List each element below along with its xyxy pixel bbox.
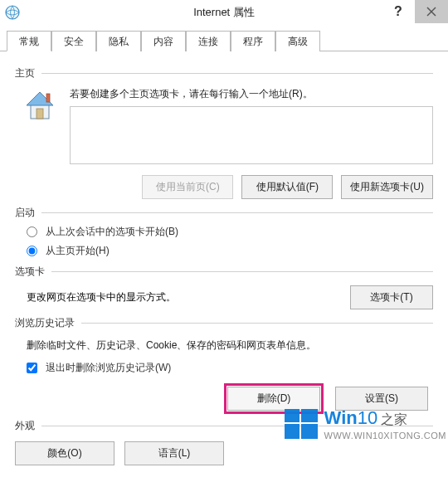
- homepage-textarea[interactable]: [70, 106, 433, 164]
- svg-rect-6: [46, 94, 50, 102]
- divider: [41, 426, 433, 426]
- colors-button[interactable]: 颜色(O): [15, 441, 114, 465]
- tab-security[interactable]: 安全: [51, 31, 96, 51]
- title-bar: Internet 属性 ?: [0, 0, 448, 25]
- tabs-button[interactable]: 选项卡(T): [350, 285, 433, 309]
- tab-strip: 常规 安全 隐私 内容 连接 程序 高级: [0, 30, 448, 51]
- section-history-heading: 浏览历史记录: [15, 316, 433, 330]
- radio-last-session[interactable]: 从上次会话中的选项卡开始(B): [27, 225, 433, 239]
- appearance-button-row: 颜色(O) 语言(L): [15, 441, 433, 465]
- window-title: Internet 属性: [0, 5, 448, 20]
- use-current-button: 使用当前页(C): [142, 175, 233, 199]
- tab-programs[interactable]: 程序: [231, 31, 275, 51]
- homepage-column: 若要创建多个主页选项卡，请在每行输入一个地址(R)。: [70, 85, 433, 167]
- section-appearance-heading: 外观: [15, 419, 433, 433]
- divider: [51, 271, 433, 272]
- history-checkbox-row[interactable]: 退出时删除浏览历史记录(W): [27, 361, 433, 375]
- tab-general[interactable]: 常规: [7, 31, 51, 51]
- window-buttons: ?: [382, 0, 448, 30]
- homepage-row: 若要创建多个主页选项卡，请在每行输入一个地址(R)。: [15, 85, 433, 167]
- tabs-heading-label: 选项卡: [15, 265, 45, 279]
- delete-on-exit-checkbox[interactable]: [27, 363, 37, 373]
- homepage-button-row: 使用当前页(C) 使用默认值(F) 使用新选项卡(U): [15, 175, 433, 199]
- homepage-hint: 若要创建多个主页选项卡，请在每行输入一个地址(R)。: [70, 87, 433, 101]
- radio-last-session-label: 从上次会话中的选项卡开始(B): [46, 225, 178, 239]
- radio-homepage-label: 从主页开始(H): [46, 244, 110, 258]
- svg-rect-5: [37, 109, 43, 119]
- section-startup-heading: 启动: [15, 206, 433, 220]
- tabs-desc: 更改网页在选项卡中的显示方式。: [27, 290, 350, 304]
- delete-on-exit-label: 退出时删除浏览历史记录(W): [46, 361, 171, 375]
- settings-button[interactable]: 设置(S): [335, 387, 428, 411]
- use-default-button[interactable]: 使用默认值(F): [241, 175, 333, 199]
- startup-heading-label: 启动: [15, 206, 35, 220]
- tab-content[interactable]: 内容: [141, 31, 186, 51]
- tabs-section-row: 更改网页在选项卡中的显示方式。 选项卡(T): [27, 285, 433, 309]
- delete-button[interactable]: 删除(D): [227, 387, 320, 411]
- homepage-heading-label: 主页: [15, 66, 35, 80]
- help-button[interactable]: ?: [382, 0, 415, 23]
- radio-last-session-input[interactable]: [27, 226, 37, 237]
- tab-content-area: 主页 若要创建多个主页选项卡，请在每行输入一个地址(R)。 使用当前页(C) 使…: [0, 51, 448, 465]
- divider: [41, 212, 433, 213]
- divider: [81, 323, 433, 324]
- section-homepage-heading: 主页: [15, 66, 433, 80]
- tab-privacy[interactable]: 隐私: [96, 31, 141, 51]
- close-button[interactable]: [415, 0, 448, 23]
- home-icon: [20, 85, 60, 125]
- appearance-heading-label: 外观: [15, 419, 35, 433]
- history-heading-label: 浏览历史记录: [15, 316, 75, 330]
- history-desc: 删除临时文件、历史记录、Cookie、保存的密码和网页表单信息。: [27, 338, 433, 353]
- radio-homepage-input[interactable]: [27, 246, 37, 256]
- use-newtab-button[interactable]: 使用新选项卡(U): [341, 175, 433, 199]
- history-button-row: 删除(D) 设置(S): [15, 387, 433, 411]
- tab-advanced[interactable]: 高级: [275, 31, 320, 51]
- languages-button[interactable]: 语言(L): [124, 441, 224, 465]
- radio-homepage[interactable]: 从主页开始(H): [27, 244, 433, 258]
- tab-connections[interactable]: 连接: [186, 31, 231, 51]
- section-tabs-heading: 选项卡: [15, 265, 433, 279]
- divider: [41, 73, 433, 74]
